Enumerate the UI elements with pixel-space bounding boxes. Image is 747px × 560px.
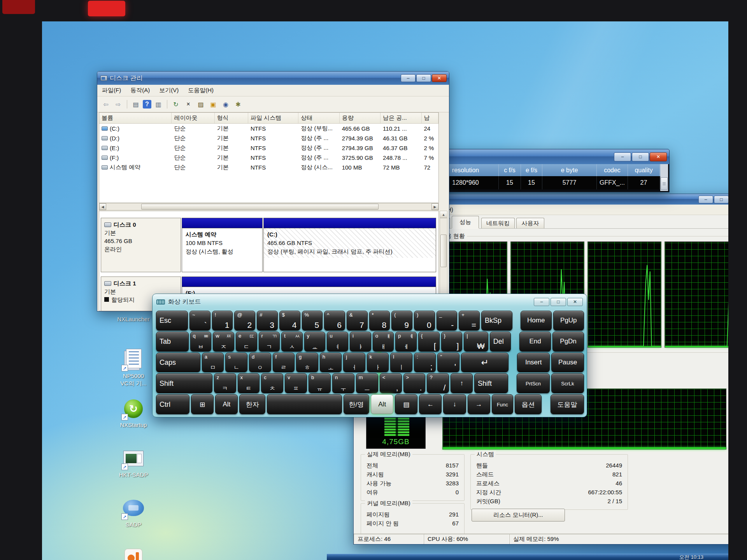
- key-e[interactable]: eㄸㄷ: [236, 332, 257, 352]
- key-p[interactable]: pㅖㅔ: [395, 332, 417, 352]
- disk-menu-1[interactable]: 동작(A): [126, 87, 154, 94]
- key-t[interactable]: tㅆㅅ: [281, 332, 303, 352]
- key-3[interactable]: #3: [257, 311, 278, 331]
- key-f[interactable]: fㄹ: [273, 353, 295, 373]
- key-↑[interactable]: ↑: [451, 373, 473, 393]
- scroll-right-arrow[interactable]: ▶: [431, 203, 438, 210]
- tab-성능[interactable]: 성능: [452, 216, 479, 228]
- stats-col-quality[interactable]: quality: [628, 164, 660, 176]
- desktop-icon-hkt-sadp[interactable]: ➚HKT-SADP: [104, 448, 163, 478]
- resource-monitor-button[interactable]: 리소스 모니터(R)...: [472, 509, 565, 522]
- disk-management-minimize-button[interactable]: –: [401, 74, 416, 82]
- back-icon[interactable]: ⇦: [100, 99, 111, 109]
- horizontal-scroll-thumb[interactable]: [141, 204, 379, 210]
- desktop-icon-sadp[interactable]: ➚SADP: [104, 497, 163, 528]
- key-End[interactable]: End: [519, 332, 551, 352]
- desktop-icon-ocam[interactable]: ➚oCam: [104, 546, 163, 560]
- key-=[interactable]: +=: [459, 311, 480, 331]
- tab-네트워킹[interactable]: 네트워킹: [481, 218, 515, 228]
- volume-row[interactable]: (D:)단순기본NTFS정상 (주 ...2794.39 GB46.31 GB2…: [99, 133, 438, 143]
- key-space[interactable]: [267, 394, 342, 414]
- key-Esc[interactable]: Esc: [156, 311, 188, 331]
- video-stats-titlebar[interactable]: –□✕: [431, 149, 669, 164]
- column-header-2[interactable]: 형식: [215, 113, 248, 123]
- key-Alt[interactable]: Alt: [215, 394, 238, 414]
- video-stats-minimize-button[interactable]: –: [614, 152, 631, 161]
- key-→[interactable]: →: [468, 394, 490, 414]
- console-tree-icon[interactable]: ▥: [153, 99, 164, 109]
- key-/[interactable]: ?/: [427, 373, 449, 393]
- key-x[interactable]: xㅌ: [238, 373, 260, 393]
- key-Shift[interactable]: Shift: [156, 373, 212, 393]
- keyboard-minimize-button[interactable]: –: [534, 298, 549, 306]
- disk-label-box[interactable]: 디스크 0기본465.76 GB온라인: [101, 218, 181, 272]
- keyboard-maximize-button[interactable]: □: [551, 298, 566, 306]
- key-도움말[interactable]: 도움말: [551, 394, 584, 414]
- key-₩[interactable]: |₩: [464, 332, 488, 352]
- key-옵션[interactable]: 옵션: [515, 394, 542, 414]
- disk-menu-0[interactable]: 파일(F): [97, 87, 126, 94]
- key-5[interactable]: %5: [302, 311, 323, 331]
- video-stats-close-button[interactable]: ✕: [650, 152, 667, 161]
- stats-col-c f/s[interactable]: c f/s: [499, 164, 521, 176]
- volume-row[interactable]: 시스템 예약단순기본NTFS정상 (시스...100 MB72 MB72: [99, 163, 438, 172]
- key-4[interactable]: $4: [279, 311, 300, 331]
- key-한/영[interactable]: 한/영: [344, 394, 370, 414]
- keyboard-close-button[interactable]: ✕: [567, 298, 583, 306]
- open-icon[interactable]: ▣: [208, 99, 219, 109]
- key-u[interactable]: uㅕ: [327, 332, 348, 352]
- key-;[interactable]: :;: [414, 353, 436, 373]
- console-icon[interactable]: ▤: [130, 99, 141, 109]
- column-header-0[interactable]: 볼륨: [99, 113, 172, 123]
- key-Home[interactable]: Home: [521, 311, 552, 331]
- key-9[interactable]: (9: [391, 311, 412, 331]
- key-c[interactable]: cㅊ: [261, 373, 283, 393]
- key-↓[interactable]: ↓: [443, 394, 466, 414]
- key-1[interactable]: !1: [212, 311, 233, 331]
- key-z[interactable]: zㅋ: [214, 373, 236, 393]
- key-Func[interactable]: Func: [492, 394, 513, 414]
- key-0[interactable]: )0: [414, 311, 435, 331]
- taskbar[interactable]: 오전 10:13: [327, 554, 728, 560]
- refresh-icon[interactable]: ↻: [170, 99, 181, 109]
- key-Del[interactable]: Del: [490, 332, 511, 352]
- search-icon[interactable]: ◉: [220, 99, 231, 109]
- key-Shift[interactable]: Shift: [474, 373, 508, 393]
- disk-menu-2[interactable]: 보기(V): [154, 87, 183, 94]
- key-w[interactable]: wㅉㅈ: [213, 332, 234, 352]
- key-PgDn[interactable]: PgDn: [552, 332, 584, 352]
- key-q[interactable]: qㅃㅂ: [190, 332, 212, 352]
- column-header-3[interactable]: 파일 시스템: [248, 113, 298, 123]
- key-s[interactable]: sㄴ: [225, 353, 247, 373]
- key-Ctrl[interactable]: Ctrl: [156, 394, 189, 414]
- disk-management-titlebar[interactable]: 디스크 관리 –□✕: [97, 72, 449, 85]
- stats-col-e byte[interactable]: e byte: [542, 164, 597, 176]
- key-m[interactable]: mㅡ: [356, 373, 378, 393]
- key-6[interactable]: ^6: [324, 311, 345, 331]
- key-Tab[interactable]: Tab: [156, 332, 189, 352]
- stats-col-e f/s[interactable]: e f/s: [521, 164, 542, 176]
- key-r[interactable]: rㄲㄱ: [259, 332, 280, 352]
- key-.[interactable]: >.: [403, 373, 426, 393]
- volume-row[interactable]: (C:)단순기본NTFS정상 (부팅...465.66 GB110.21 ...…: [99, 124, 438, 133]
- key-h[interactable]: hㅗ: [320, 353, 342, 373]
- scroll-left-arrow[interactable]: ◀: [99, 203, 106, 210]
- volume-row[interactable]: (F:)단순기본NTFS정상 (주 ...3725.90 GB248.78 ..…: [99, 153, 438, 163]
- delete-icon[interactable]: ×: [183, 99, 194, 109]
- disk-menu-3[interactable]: 도움말(H): [183, 87, 218, 94]
- key-[[interactable]: {[: [418, 332, 440, 352]
- key-Insert[interactable]: Insert: [517, 353, 550, 373]
- video-stats-maximize-button[interactable]: □: [632, 152, 649, 161]
- tab-사용자[interactable]: 사용자: [516, 218, 544, 228]
- column-header-6[interactable]: 남은 공...: [381, 113, 421, 123]
- disk-management-close-button[interactable]: ✕: [432, 74, 447, 82]
- settings-icon[interactable]: ✱: [233, 99, 244, 109]
- key-BkSp[interactable]: BkSp: [481, 311, 512, 331]
- key-▤[interactable]: ▤: [395, 394, 417, 414]
- disk-management-window[interactable]: 디스크 관리 –□✕ 파일(F)동작(A)보기(V)도움말(H) ⇦⇨▤?▥↻×…: [97, 71, 449, 312]
- key-'[interactable]: "': [437, 353, 459, 373]
- key-`[interactable]: ~`: [189, 311, 210, 331]
- key-←[interactable]: ←: [419, 394, 442, 414]
- key-n[interactable]: nㅜ: [332, 373, 354, 393]
- stats-table-row[interactable]: 1280*96015155777GFFX_...27: [433, 176, 660, 189]
